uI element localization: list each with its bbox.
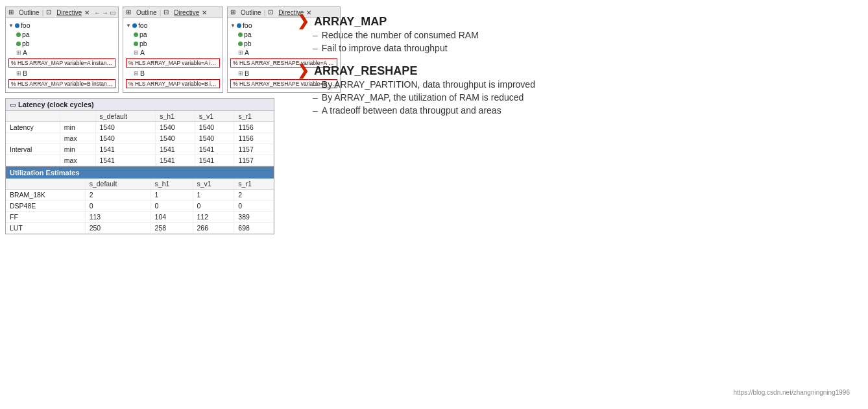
minimize-icon-1[interactable]: ▭ [110,9,115,16]
array-reshape-arrow: ❯ [297,62,309,79]
cell-lat-max: max [60,133,95,144]
table-row: max 1541 1541 1541 1157 [6,155,274,166]
collapse-latency-icon[interactable]: ▭ [10,101,16,108]
dot-pa-2 [134,32,138,37]
outline-tab-1[interactable]: Outline [19,9,40,16]
bram-v1: 1 [193,190,234,201]
cell-int-label2 [6,155,60,166]
dot-pb-1 [16,42,21,46]
lut-h1: 258 [151,223,193,234]
tree-pb-2: pb [125,39,221,48]
array-map-section: ❯ ARRAY_MAP Reduce the number of consume… [297,13,850,53]
list-item: By ARRAY_MAP, the utilization of RAM is … [313,92,850,103]
table-row: max 1540 1540 1540 1156 [6,133,274,144]
directive-b-2[interactable]: % HLS ARRAY_MAP variable=B instance=ab_a… [126,79,220,88]
bullet-text-2: Fail to improve data throughput [322,43,448,53]
array-reshape-section: ❯ ARRAY_RESHAPE By ARRAY_PARTITION, data… [297,62,850,116]
cell-lat-v12: 1540 [195,133,234,144]
tree-a-1: ⊞ A [7,48,117,57]
tree-root-2: ▼ foo [125,21,221,30]
cell-int-label: Interval [6,144,60,155]
ff-h1: 104 [151,212,193,223]
cell-lat-sd2: 1540 [95,133,156,144]
array-map-bullets: Reduce the number of consumed RAM Fail t… [297,30,850,53]
list-item: By ARRAY_PARTITION, data throughput is i… [313,79,850,90]
tree-b-2: ⊞ B [125,69,221,78]
outline-tab-2[interactable]: Outline [136,9,157,16]
directive-a-2[interactable]: % HLS ARRAY_MAP variable=A instance=ab_a… [126,58,220,68]
cell-lat-h12: 1540 [156,133,195,144]
col-s-default: s_default [95,111,156,122]
dot-foo-3 [237,23,241,28]
dot-pa-1 [16,32,21,37]
directive-icon-2: ⊡ [163,8,171,16]
dsp-h1: 0 [151,201,193,212]
cell-int-sd2: 1541 [95,155,156,166]
array-map-heading: ❯ ARRAY_MAP [297,13,850,30]
tree-a-2: ⊞ A [125,48,221,57]
latency-table: s_default s_h1 s_v1 s_r1 Latency min 154… [6,111,274,166]
tab-bar-2: ⊞ Outline | ⊡ Directive ✕ [123,7,223,18]
tree-pb-1: pb [7,39,117,48]
array-reshape-title: ARRAY_RESHAPE [314,64,417,78]
dot-pa-3 [238,32,243,37]
util-col-h0 [6,179,85,190]
directive-a-1[interactable]: % HLS ARRAY_MAP variable=A instance=ab_a… [8,58,115,68]
cell-int-h12: 1541 [156,155,195,166]
ff-r1: 389 [234,212,274,223]
directive-tab-1[interactable]: Directive [56,9,82,16]
table-row: LUT 250 258 266 698 [6,223,274,234]
latency-header: ▭ Latency (clock cycles) [6,99,274,111]
lut-sd: 250 [85,223,151,234]
cell-int-min: min [60,144,95,155]
dsp-label: DSP48E [6,201,85,212]
cell-lat-r1: 1156 [234,122,274,133]
back-icon-1[interactable]: ← [94,9,101,16]
dot-foo-1 [15,23,19,28]
list-item: Fail to improve data throughput [313,43,850,53]
col-s-r1: s_r1 [234,111,274,122]
bullet-text-1: Reduce the number of consumed RAM [322,30,479,40]
ff-sd: 113 [85,212,151,223]
lut-v1: 266 [193,223,234,234]
dsp-sd: 0 [85,201,151,212]
directive-icon-1: ⊡ [46,8,54,16]
directive-tab-2[interactable]: Directive [174,9,199,16]
tree-root-label-1: foo [21,21,30,29]
ff-v1: 112 [193,212,234,223]
cell-lat-v1: 1540 [195,122,234,133]
cell-int-h1: 1541 [156,144,195,155]
tables-section: ▭ Latency (clock cycles) s_default s_h1 … [5,98,274,234]
tab-bar-1: ⊞ Outline | ⊡ Directive ✕ ← → ▭ [6,7,118,18]
array-reshape-heading: ❯ ARRAY_RESHAPE [297,62,850,79]
bram-label: BRAM_18K [6,190,85,201]
outline-tab-3[interactable]: Outline [241,9,261,16]
tab-x-1[interactable]: ✕ [84,9,90,16]
watermark: https://blog.csdn.net/zhangningning1996 [297,386,850,396]
tree-content-1: ▼ foo pa pb ⊞ A [6,18,118,92]
tree-pa-1: pa [7,30,117,39]
array-map-arrow: ❯ [297,13,309,30]
cell-lat-h1: 1540 [156,122,195,133]
tab-x-2[interactable]: ✕ [202,9,207,16]
right-section: ❯ ARRAY_MAP Reduce the number of consume… [284,6,863,403]
reshape-bullet-2: By ARRAY_MAP, the utilization of RAM is … [322,92,524,103]
forward-icon-1[interactable]: → [102,9,108,16]
table-row: DSP48E 0 0 0 0 [6,201,274,212]
util-col-sd: s_default [85,179,151,190]
cell-int-sd: 1541 [95,144,156,155]
directive-b-1[interactable]: % HLS ARRAY_MAP variable=B instance=ab_a… [8,79,115,88]
col-h1 [60,111,95,122]
ff-label: FF [6,212,85,223]
cell-lat-r12: 1156 [234,133,274,144]
outline-icon-1: ⊞ [8,8,16,16]
tree-b-1: ⊞ B [7,69,117,78]
utilization-table: s_default s_h1 s_v1 s_r1 BRAM_18K 2 1 1 … [6,179,274,234]
list-item: A tradeoff between data througput and ar… [313,105,850,116]
cell-int-max: max [60,155,95,166]
bram-h1: 1 [151,190,193,201]
util-col-h1: s_h1 [151,179,193,190]
cell-lat-label2 [6,133,60,144]
bram-r1: 2 [234,190,274,201]
eclipse-panels: ⊞ Outline | ⊡ Directive ✕ ← → ▭ ▼ [5,6,278,93]
